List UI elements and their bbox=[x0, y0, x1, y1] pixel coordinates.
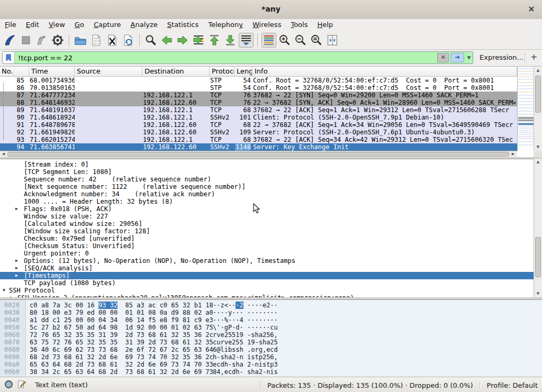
go-back-icon[interactable] bbox=[159, 33, 174, 48]
capture-start-icon[interactable] bbox=[3, 33, 17, 48]
hex-row-0020[interactable]: 0020c0 a8 7a 3c 00 16 93 32 85 a3 ac c0 … bbox=[0, 302, 542, 309]
column-header-proto[interactable]: Protocol bbox=[210, 67, 234, 76]
hex-bytes[interactable]: 36 40 6c 69 62 73 73 68 2e 6f 72 67 2c 6… bbox=[30, 346, 213, 353]
filter-bookmark-icon[interactable] bbox=[3, 52, 15, 63]
scroll-down-icon[interactable]: ▼ bbox=[534, 144, 542, 151]
detail-scrollbar[interactable]: ▲ ▼ bbox=[534, 159, 542, 297]
packet-row-89[interactable]: 8971.648191037192.168.122.1TCP6837682 → … bbox=[0, 106, 517, 114]
close-window-icon[interactable]: × bbox=[526, 4, 537, 14]
reload-file-icon[interactable] bbox=[121, 33, 136, 48]
detail-line[interactable]: Window size value: 227 bbox=[0, 213, 534, 220]
hex-bytes[interactable]: a1 dd c1 25 00 00 04 34 06 14 f5 e8 f9 8… bbox=[30, 316, 213, 324]
capture-restart-icon[interactable] bbox=[34, 33, 49, 48]
detail-line[interactable]: [Calculated window size: 29056] bbox=[0, 220, 534, 227]
filter-history-caret-icon[interactable]: ▼ bbox=[465, 55, 473, 60]
menu-view[interactable]: View bbox=[44, 19, 70, 31]
expander-closed-icon[interactable]: ▶ bbox=[15, 265, 18, 272]
capture-comment-icon[interactable] bbox=[17, 380, 26, 391]
colorize-packets-icon[interactable] bbox=[261, 33, 276, 48]
hex-ascii[interactable]: 84,ecdh- sha2-nis bbox=[213, 368, 278, 376]
packet-row-94[interactable]: 9471.663856741192.168.122.60SSHv21148Ser… bbox=[0, 143, 517, 151]
detail-line[interactable]: 1000 .... = Header Length: 32 bytes (8) bbox=[0, 198, 534, 205]
column-header-dst[interactable]: Destination bbox=[143, 67, 210, 76]
hex-bytes[interactable]: 68 2d 73 68 61 32 2d 6e 69 73 74 70 32 3… bbox=[30, 353, 213, 361]
scroll-up-icon[interactable]: ▲ bbox=[534, 159, 542, 166]
detail-line[interactable]: Checksum: 0x79ed [unverified] bbox=[0, 235, 534, 242]
column-header-info[interactable]: Info bbox=[253, 67, 517, 76]
scrollbar-thumb[interactable] bbox=[535, 237, 541, 277]
detail-line[interactable]: TCP payload (1080 bytes) bbox=[0, 279, 534, 287]
hex-ascii[interactable]: 6@libssh .org,ecd bbox=[213, 346, 278, 353]
hex-ascii[interactable]: curve255 19-sha25 bbox=[213, 339, 278, 346]
detail-line[interactable]: [Checksum Status: Unverified] bbox=[0, 242, 534, 250]
detail-line[interactable]: ▼SSH Protocol bbox=[0, 287, 534, 294]
detail-line[interactable]: ▶Options: (12 bytes), No-Operation (NOP)… bbox=[0, 257, 534, 265]
detail-line[interactable]: Acknowledgment number: 34 (relative ack … bbox=[0, 190, 534, 198]
menu-analyze[interactable]: Analyze bbox=[126, 19, 162, 31]
detail-line[interactable]: [Window size scaling factor: 128] bbox=[0, 227, 534, 235]
open-file-icon[interactable] bbox=[73, 33, 88, 48]
hex-row-0090[interactable]: 009068 2d 73 68 61 32 2d 6e 69 73 74 70 … bbox=[0, 353, 542, 361]
menu-capture[interactable]: Capture bbox=[89, 19, 126, 31]
hex-bytes[interactable]: 65 63 64 68 2d 73 68 61 32 2d 6e 69 73 7… bbox=[30, 361, 213, 368]
go-first-icon[interactable] bbox=[207, 33, 222, 48]
packet-row-86[interactable]: 8670.013850163STP54Conf. Root = 32768/0/… bbox=[0, 84, 517, 92]
column-header-no[interactable]: No. bbox=[0, 67, 29, 76]
capture-stop-icon[interactable] bbox=[19, 33, 33, 48]
menu-go[interactable]: Go bbox=[70, 19, 89, 31]
close-file-icon[interactable] bbox=[105, 33, 120, 48]
find-packet-icon[interactable] bbox=[143, 33, 158, 48]
scrollbar-thumb[interactable] bbox=[535, 76, 541, 113]
hex-bytes[interactable]: 5c 27 b2 67 50 ad 64 98 1d 92 00 00 01 0… bbox=[30, 324, 213, 331]
menu-edit[interactable]: Edit bbox=[21, 19, 44, 31]
hex-row-00a0[interactable]: 00a065 63 64 68 2d 73 68 61 32 2d 6e 69 … bbox=[0, 361, 542, 368]
packet-row-85[interactable]: 8568.001734936STP54Conf. Root = 32768/0/… bbox=[0, 77, 517, 84]
hex-bytes[interactable]: c0 a8 7a 3c 00 16 93 32 85 a3 ac c0 65 3… bbox=[30, 302, 213, 309]
packet-row-93[interactable]: 9371.662015274192.168.122.1TCP6837682 → … bbox=[0, 136, 517, 143]
hex-bytes[interactable]: 80 18 00 e3 79 ed 00 00 01 01 08 0a d9 8… bbox=[30, 309, 213, 316]
scroll-down-icon[interactable]: ▼ bbox=[534, 290, 542, 297]
menu-statistics[interactable]: Statistics bbox=[162, 19, 203, 31]
menu-help[interactable]: Help bbox=[312, 19, 338, 31]
hex-ascii[interactable]: ···%···4 ········ bbox=[213, 316, 278, 324]
hscrollbar-thumb[interactable] bbox=[7, 152, 509, 157]
column-header-len[interactable]: Length bbox=[235, 67, 252, 76]
detail-line[interactable]: Sequence number: 42 (relative sequence n… bbox=[0, 176, 534, 183]
go-to-packet-icon[interactable] bbox=[191, 33, 206, 48]
expression-button[interactable]: Expression... bbox=[480, 53, 523, 61]
filter-clear-icon[interactable]: ✕ bbox=[437, 53, 449, 62]
detail-line[interactable]: [Next sequence number: 1122 (relative se… bbox=[0, 183, 534, 190]
hex-ascii[interactable]: ····y··· ········ bbox=[213, 309, 278, 316]
filter-input[interactable]: !tcp.port == 22 bbox=[15, 54, 437, 62]
scroll-up-icon[interactable]: ▲ bbox=[534, 67, 542, 74]
hex-ascii[interactable]: rve25519 -sha256, bbox=[213, 331, 278, 339]
hex-bytes[interactable]: 63 75 72 76 65 32 35 35 31 39 2d 73 68 6… bbox=[30, 339, 213, 346]
detail-line[interactable]: ▶[SEQ/ACK analysis] bbox=[0, 265, 534, 272]
detail-line[interactable]: [TCP Segment Len: 1080] bbox=[0, 168, 534, 176]
go-forward-icon[interactable] bbox=[175, 33, 190, 48]
hex-ascii[interactable]: ecdh-sha 2-nistp3 bbox=[213, 361, 278, 368]
profile-label[interactable]: Profile: Default bbox=[487, 381, 538, 389]
packet-minimap[interactable] bbox=[517, 67, 534, 151]
packet-row-87[interactable]: 8771.647777234192.168.122.1TCP7637682 → … bbox=[0, 92, 517, 99]
hex-row-0050[interactable]: 00505c 27 b2 67 50 ad 64 98 1d 92 00 00 … bbox=[0, 324, 542, 331]
packet-row-91[interactable]: 9171.648789678192.168.122.60TCP6822 → 37… bbox=[0, 121, 517, 129]
expander-closed-icon[interactable]: ▶ bbox=[15, 205, 18, 213]
menu-telephony[interactable]: Telephony bbox=[203, 19, 248, 31]
scroll-right-icon[interactable]: ▶ bbox=[510, 151, 517, 157]
expander-closed-icon[interactable]: ▶ bbox=[15, 257, 18, 265]
hex-row-0030[interactable]: 003080 18 00 e3 79 ed 00 00 01 01 08 0a … bbox=[0, 309, 542, 316]
capture-options-icon[interactable] bbox=[50, 33, 65, 48]
packet-row-88[interactable]: 8871.648146932192.168.122.60TCP7622 → 37… bbox=[0, 99, 517, 106]
save-file-icon[interactable]: 010101100111 bbox=[89, 33, 104, 48]
detail-line[interactable]: Urgent pointer: 0 bbox=[0, 250, 534, 257]
hex-row-0080[interactable]: 008036 40 6c 69 62 73 73 68 2e 6f 72 67 … bbox=[0, 346, 542, 353]
packet-row-92[interactable]: 9271.661949820192.168.122.60SSHv2109Serv… bbox=[0, 129, 517, 136]
display-filter-field[interactable]: !tcp.port == 22 ✕ ➜ ▼ bbox=[2, 51, 473, 64]
expander-closed-icon[interactable]: ▶ bbox=[15, 272, 18, 279]
filter-apply-icon[interactable]: ➜ bbox=[450, 53, 464, 62]
hex-bytes[interactable]: 72 76 65 32 35 35 31 39 2d 73 68 61 32 3… bbox=[30, 331, 213, 339]
zoom-out-icon[interactable] bbox=[293, 33, 308, 48]
column-header-time[interactable]: Time bbox=[30, 67, 75, 76]
detail-line[interactable]: ▶Flags: 0x018 (PSH, ACK) bbox=[0, 205, 534, 213]
